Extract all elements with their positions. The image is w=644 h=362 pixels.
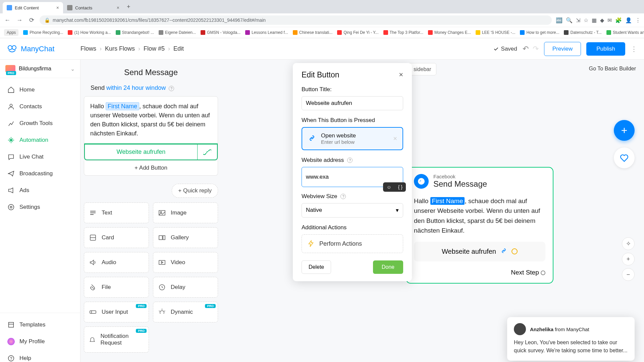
zoom-icon[interactable]: 🔍 <box>566 17 573 23</box>
translate-icon[interactable]: 🔤 <box>556 17 562 23</box>
publish-button[interactable]: Publish <box>586 42 625 56</box>
bookmark-item[interactable]: Lessons Learned f... <box>245 30 288 35</box>
sidebar-item-help[interactable]: ?Help <box>0 350 80 362</box>
content-tile-dynamic[interactable]: PRODynamic <box>153 302 218 322</box>
back-icon[interactable]: ← <box>3 17 11 24</box>
content-tile-notification[interactable]: PRONotification Request <box>84 326 149 353</box>
ext-icon[interactable]: ▦ <box>592 17 597 23</box>
basic-builder-button[interactable]: Go To Basic Builder <box>586 63 639 74</box>
sidebar-item-ads[interactable]: Ads <box>0 182 80 199</box>
sidebar-item-automation[interactable]: Automation <box>0 132 80 148</box>
browser-tab[interactable]: Contacts × <box>63 2 123 13</box>
close-icon[interactable]: × <box>117 5 119 10</box>
preview-button[interactable]: Preview <box>544 42 581 56</box>
bookmark-item[interactable]: Eigene Dateien... <box>159 30 196 35</box>
bookmark-item[interactable]: LEE 'S HOUSE -... <box>476 30 516 35</box>
browser-tab-active[interactable]: Edit Content × <box>3 2 63 13</box>
sidebar-item-livechat[interactable]: Live Chat <box>0 148 80 165</box>
content-tile-delay[interactable]: Delay <box>153 277 218 298</box>
connector-dot[interactable] <box>512 248 518 254</box>
content-tile-userinput[interactable]: PROUser Input <box>84 302 149 322</box>
info-icon[interactable]: ? <box>340 194 346 199</box>
canvas[interactable]: 👉 Edit step in sidebar Go To Basic Build… <box>80 60 644 362</box>
redo-icon[interactable]: ↷ <box>533 45 539 53</box>
bookmark-item[interactable]: Qing Fei De Yi - Y... <box>337 30 378 35</box>
content-tile-audio[interactable]: Audio <box>84 252 149 273</box>
forward-icon[interactable]: → <box>15 17 23 24</box>
bookmark-item[interactable]: Phone Recycling... <box>23 30 63 35</box>
breadcrumb-item[interactable]: Flow #5 <box>144 45 165 52</box>
breadcrumb-item[interactable]: Kurs Flows <box>105 45 135 52</box>
link-icon[interactable] <box>198 144 218 160</box>
profile-icon[interactable]: 👤 <box>625 17 632 23</box>
content-tile-card[interactable]: Card <box>84 227 149 248</box>
sidebar-item-profile[interactable]: My Profile <box>0 333 80 350</box>
more-icon[interactable]: ⋮ <box>631 45 637 53</box>
close-icon[interactable]: × <box>399 70 403 79</box>
ext-icon[interactable]: ◆ <box>600 17 604 23</box>
perform-actions-button[interactable]: Perform Actions <box>302 234 403 253</box>
variable-chip[interactable]: First Name <box>106 102 139 110</box>
action-open-website[interactable]: Open website Enter url below × <box>302 127 403 150</box>
webview-size-select[interactable]: Native▾ <box>302 203 403 218</box>
bookmark-item[interactable]: Money Changes E... <box>428 30 471 35</box>
add-button[interactable]: + Add Button <box>84 161 218 176</box>
emoji-icon[interactable]: ☺ <box>383 182 394 192</box>
delete-button[interactable]: Delete <box>302 260 331 274</box>
notification-toast[interactable]: Anzhelika from ManyChat Hey Leon, You've… <box>507 317 635 361</box>
star-icon[interactable]: ☆ <box>584 17 588 23</box>
ext-icon[interactable]: ✉ <box>607 17 612 23</box>
add-tab-button[interactable]: + <box>123 3 134 10</box>
logo[interactable]: ManyChat <box>7 44 80 54</box>
bookmark-item[interactable]: Apps <box>4 29 18 36</box>
auto-arrange-button[interactable]: ✧ <box>622 237 635 250</box>
message-button[interactable]: Webseite aufrufen <box>84 144 198 160</box>
content-tile-video[interactable]: Video <box>153 252 218 273</box>
bookmark-item[interactable]: Chinese translati... <box>293 30 332 35</box>
sidebar-item-growth[interactable]: Growth Tools <box>0 115 80 132</box>
zoom-out-button[interactable]: − <box>622 268 635 281</box>
quick-reply-button[interactable]: + Quick reply <box>172 184 218 198</box>
menu-icon[interactable]: ⋮ <box>635 17 641 23</box>
button-title-input[interactable] <box>302 96 403 110</box>
bookmark-item[interactable]: The Top 3 Platfor... <box>383 30 424 35</box>
bookmark-item[interactable]: (1) How Working a... <box>68 30 111 35</box>
sidebar-item-broadcasting[interactable]: Broadcasting <box>0 165 80 182</box>
sidebar-item-home[interactable]: Home <box>0 81 80 98</box>
flow-node[interactable]: Facebook Send Message Hallo First Name, … <box>406 167 553 284</box>
bookmark-item[interactable]: Student Wants an... <box>606 30 644 35</box>
next-step[interactable]: Next Step <box>407 269 553 283</box>
info-icon[interactable]: ? <box>347 158 353 163</box>
content-tile-image[interactable]: Image <box>153 202 218 223</box>
sidebar-item-contacts[interactable]: Contacts <box>0 98 80 115</box>
message-text[interactable]: Hallo First Name, schaue doch mal auf un… <box>84 97 218 143</box>
favorite-fab[interactable] <box>614 147 635 168</box>
bookmark-item[interactable]: Strandangebot! ... <box>116 30 154 35</box>
info-icon[interactable]: ? <box>169 86 174 91</box>
send-window-link[interactable]: within 24 hour window <box>106 84 166 91</box>
sidebar-item-templates[interactable]: Templates <box>0 316 80 333</box>
node-button[interactable]: Webseite aufrufen <box>414 242 545 261</box>
account-selector[interactable]: PRO Bildungsfirma ⌄ <box>0 60 80 78</box>
bookmark-item[interactable]: How to get more... <box>520 30 559 35</box>
bookmark-item[interactable]: Datenschutz - T... <box>564 30 601 35</box>
done-button[interactable]: Done <box>373 260 403 274</box>
message-block[interactable]: ⚠ Hallo First Name, schaue doch mal auf … <box>84 96 218 161</box>
zoom-in-button[interactable]: + <box>622 253 635 265</box>
content-tile-gallery[interactable]: Gallery <box>153 227 218 248</box>
reload-icon[interactable]: ⟳ <box>28 16 36 24</box>
remove-action-icon[interactable]: × <box>393 135 397 142</box>
content-tile-text[interactable]: Text <box>84 202 149 223</box>
puzzle-icon[interactable]: 🧩 <box>615 17 622 23</box>
breadcrumb-item[interactable]: Flows <box>80 45 96 52</box>
address-bar[interactable]: 🔒 manychat.com/fb198150208192061/cms/fil… <box>40 15 552 25</box>
braces-icon[interactable]: { } <box>395 182 406 192</box>
enter-icon[interactable]: ⇲ <box>576 17 580 23</box>
close-icon[interactable]: × <box>56 5 59 10</box>
bookmark-item[interactable]: GMSN - Vologda... <box>201 30 240 35</box>
sidebar-item-settings[interactable]: Settings <box>0 199 80 216</box>
content-tile-file[interactable]: File <box>84 277 149 298</box>
undo-icon[interactable]: ↶ <box>523 45 529 53</box>
add-fab[interactable]: + <box>614 120 635 141</box>
connector-dot[interactable] <box>541 270 545 275</box>
